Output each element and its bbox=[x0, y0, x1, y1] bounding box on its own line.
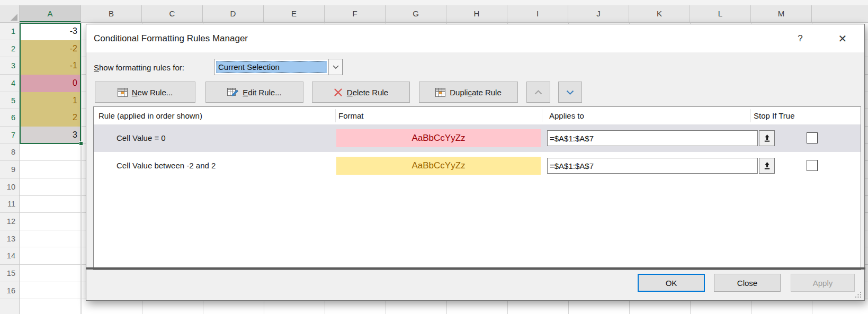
select-all-corner[interactable] bbox=[0, 5, 20, 23]
combobox-dropdown-button[interactable] bbox=[328, 59, 342, 75]
row-header-4[interactable]: 4 bbox=[0, 75, 19, 92]
sheet-top-strip bbox=[0, 0, 868, 5]
range-picker-button[interactable] bbox=[759, 158, 775, 174]
row-header-1[interactable]: 1 bbox=[0, 23, 19, 40]
resize-grip-icon[interactable] bbox=[855, 291, 862, 298]
new-rule-table-icon bbox=[118, 88, 128, 97]
row-header-5[interactable]: 5 bbox=[0, 92, 19, 110]
footer-separator bbox=[86, 267, 865, 270]
column-header-D[interactable]: D bbox=[203, 5, 264, 22]
duplicate-rule-table-icon bbox=[435, 88, 445, 97]
rule-format-preview: AaBbCcYyZz bbox=[336, 129, 541, 147]
duplicate-rule-label: Duplicate Rule bbox=[450, 88, 502, 97]
column-header-J[interactable]: J bbox=[568, 5, 629, 22]
column-header-M[interactable]: M bbox=[751, 5, 812, 22]
row-header-8[interactable]: 8 bbox=[0, 143, 19, 161]
row-header-7[interactable]: 7 bbox=[0, 127, 19, 144]
selection-fill-handle[interactable] bbox=[79, 141, 83, 146]
column-header-K[interactable]: K bbox=[629, 5, 690, 22]
rules-list-header: Rule (applied in order shown) Format App… bbox=[94, 107, 861, 124]
chevron-down-icon bbox=[566, 89, 575, 95]
column-header-E[interactable]: E bbox=[264, 5, 325, 22]
column-header-partial[interactable] bbox=[812, 5, 868, 22]
rule-description: Cell Value between -2 and 2 bbox=[117, 152, 216, 180]
chevron-down-icon bbox=[332, 65, 339, 69]
header-separator bbox=[542, 109, 542, 122]
column-header-C[interactable]: C bbox=[142, 5, 203, 22]
close-icon: ✕ bbox=[838, 32, 847, 45]
duplicate-rule-button[interactable]: Duplicate Rule bbox=[419, 82, 518, 103]
header-separator bbox=[750, 109, 751, 122]
header-separator bbox=[335, 109, 336, 122]
selection-border bbox=[20, 23, 81, 144]
row-header-10[interactable]: 10 bbox=[0, 178, 19, 196]
rules-rows: Cell Value = 0 AaBbCcYyZz Cell Value bet… bbox=[94, 124, 861, 180]
edit-rule-pencil-icon bbox=[227, 87, 238, 97]
select-all-triangle-icon bbox=[11, 14, 17, 21]
row-header-3[interactable]: 3 bbox=[0, 57, 19, 75]
row-header-12[interactable]: 12 bbox=[0, 213, 19, 230]
conditional-formatting-rules-manager-dialog: Conditional Formatting Rules Manager ? ✕… bbox=[86, 24, 865, 301]
header-stop-if-true: Stop If True bbox=[754, 107, 795, 124]
show-rules-for-combobox[interactable]: Current Selection bbox=[214, 59, 343, 75]
column-header-B[interactable]: B bbox=[81, 5, 142, 22]
header-applies-to: Applies to bbox=[549, 107, 584, 124]
stop-if-true-checkbox[interactable] bbox=[807, 132, 818, 143]
help-button[interactable]: ? bbox=[790, 24, 811, 52]
delete-rule-button[interactable]: Delete Rule bbox=[312, 82, 410, 103]
close-button[interactable]: Close bbox=[714, 274, 781, 292]
rules-list: Rule (applied in order shown) Format App… bbox=[93, 106, 861, 270]
stop-if-true-checkbox[interactable] bbox=[807, 160, 818, 171]
row-header-column: 12345678910111213141516 bbox=[0, 23, 20, 314]
dialog-title: Conditional Formatting Rules Manager bbox=[94, 24, 248, 52]
chevron-up-icon bbox=[534, 89, 543, 95]
applies-to-input[interactable] bbox=[547, 130, 758, 146]
column-header-L[interactable]: L bbox=[690, 5, 751, 22]
combobox-selected-value: Current Selection bbox=[216, 61, 327, 73]
dialog-close-button[interactable]: ✕ bbox=[828, 24, 857, 52]
collapse-dialog-icon bbox=[763, 162, 771, 170]
rule-row[interactable]: Cell Value = 0 AaBbCcYyZz bbox=[94, 124, 861, 152]
column-header-row: ABCDEFGHIJKLM bbox=[20, 5, 868, 23]
row-header-15[interactable]: 15 bbox=[0, 265, 19, 282]
row-header-13[interactable]: 13 bbox=[0, 230, 19, 248]
move-rule-down-button[interactable] bbox=[558, 82, 582, 103]
row-header-9[interactable]: 9 bbox=[0, 161, 19, 178]
header-format: Format bbox=[338, 107, 364, 124]
delete-rule-label: Delete Rule bbox=[347, 88, 388, 97]
row-header-14[interactable]: 14 bbox=[0, 247, 19, 265]
row-header-11[interactable]: 11 bbox=[0, 195, 19, 213]
ok-button[interactable]: OK bbox=[638, 274, 705, 292]
range-picker-button[interactable] bbox=[759, 130, 775, 146]
column-header-H[interactable]: H bbox=[446, 5, 507, 22]
rule-description: Cell Value = 0 bbox=[117, 124, 166, 152]
new-rule-label: New Rule... bbox=[132, 88, 173, 97]
column-header-I[interactable]: I bbox=[507, 5, 568, 22]
move-rule-up-button[interactable] bbox=[526, 82, 550, 103]
edit-rule-button[interactable]: Edit Rule... bbox=[205, 82, 303, 103]
show-rules-for-label: Show formatting rules for: bbox=[94, 59, 184, 76]
edit-rule-label: Edit Rule... bbox=[243, 88, 281, 97]
column-header-A[interactable]: A bbox=[20, 5, 81, 22]
applies-to-field bbox=[547, 158, 775, 174]
new-rule-button[interactable]: New Rule... bbox=[95, 82, 195, 103]
help-icon: ? bbox=[798, 33, 802, 44]
row-header-16[interactable]: 16 bbox=[0, 282, 19, 300]
collapse-dialog-icon bbox=[763, 134, 771, 142]
column-header-F[interactable]: F bbox=[325, 5, 386, 22]
applies-to-field bbox=[547, 130, 775, 146]
delete-x-icon bbox=[334, 88, 343, 97]
row-header-2[interactable]: 2 bbox=[0, 40, 19, 58]
applies-to-input[interactable] bbox=[547, 158, 758, 174]
column-header-G[interactable]: G bbox=[386, 5, 446, 22]
apply-button[interactable]: Apply bbox=[791, 274, 855, 292]
row-header-6[interactable]: 6 bbox=[0, 109, 19, 127]
rule-format-preview: AaBbCcYyZz bbox=[336, 157, 541, 175]
header-rule: Rule (applied in order shown) bbox=[99, 107, 202, 124]
rule-row[interactable]: Cell Value between -2 and 2 AaBbCcYyZz bbox=[94, 152, 861, 180]
